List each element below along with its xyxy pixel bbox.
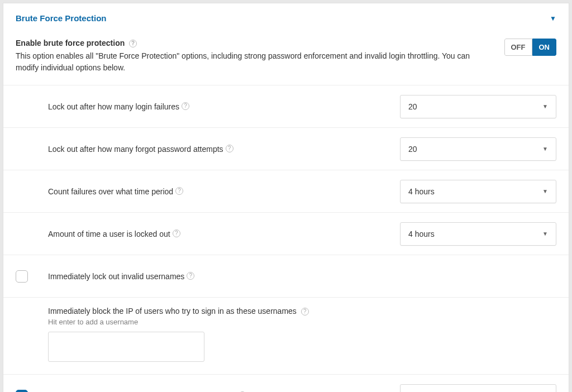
row-control-col: 4 hours ▼ (400, 222, 556, 246)
invalid-usernames-row: Immediately lock out invalid usernames ? (3, 255, 569, 297)
lockout-duration-label: Amount of time a user is locked out (48, 230, 170, 238)
block-ip-label-wrap: Immediately block the IP of users who tr… (48, 307, 556, 316)
chevron-down-icon[interactable]: ▼ (550, 15, 556, 22)
enable-text: Enable brute force protection ? This opt… (16, 39, 493, 74)
login-failures-label: Lock out after how many login failures (48, 102, 179, 111)
block-ip-content: Immediately block the IP of users who tr… (48, 307, 556, 362)
enable-title: Enable brute force protection ? (16, 39, 493, 48)
time-period-row: Count failures over what time period ? 4… (3, 170, 569, 212)
time-period-select[interactable]: 4 hours ▼ (400, 180, 556, 203)
chevron-down-icon: ▼ (542, 231, 548, 237)
chevron-down-icon: ▼ (542, 103, 548, 109)
toggle-on-button[interactable]: ON (532, 39, 557, 56)
help-icon[interactable]: ? (187, 272, 194, 280)
row-label-col: Amount of time a user is locked out ? (48, 230, 400, 238)
brute-force-panel: Brute Force Protection ▼ Enable brute fo… (3, 3, 569, 392)
row-label-col: Lock out after how many login failures ? (48, 102, 400, 111)
row-label-col: Lock out after how many forgot password … (48, 145, 400, 154)
row-control-col: 20 ▼ (400, 95, 556, 118)
invalid-usernames-label: Immediately lock out invalid usernames (48, 272, 184, 281)
help-icon[interactable]: ? (182, 102, 189, 110)
help-icon[interactable]: ? (129, 40, 137, 47)
leaked-passwords-select[interactable]: For admins only ▼ (400, 384, 556, 393)
forgot-attempts-label: Lock out after how many forgot password … (48, 145, 223, 154)
forgot-attempts-row: Lock out after how many forgot password … (3, 127, 569, 170)
enable-title-text: Enable brute force protection (16, 39, 125, 47)
lockout-duration-row: Amount of time a user is locked out ? 4 … (3, 212, 569, 255)
invalid-usernames-checkbox[interactable] (16, 270, 28, 283)
enable-toggle[interactable]: OFF ON (504, 39, 557, 56)
toggle-off-button[interactable]: OFF (504, 39, 532, 56)
chevron-down-icon: ▼ (542, 188, 548, 194)
panel-header[interactable]: Brute Force Protection ▼ (3, 3, 569, 31)
lockout-duration-select[interactable]: 4 hours ▼ (400, 222, 556, 246)
enable-row: Enable brute force protection ? This opt… (3, 31, 569, 85)
select-value: 20 (408, 145, 417, 154)
checkbox-col (16, 390, 48, 393)
select-value: 4 hours (408, 230, 435, 238)
help-icon[interactable]: ? (226, 145, 233, 152)
help-icon[interactable]: ? (301, 308, 309, 315)
leaked-passwords-checkbox[interactable] (16, 390, 28, 393)
enable-description: This option enables all "Brute Force Pro… (16, 50, 493, 74)
block-ip-row: Immediately block the IP of users who tr… (3, 297, 569, 374)
login-failures-row: Lock out after how many login failures ?… (3, 85, 569, 127)
help-icon[interactable]: ? (175, 187, 183, 195)
checkbox-col (16, 270, 48, 283)
login-failures-select[interactable]: 20 ▼ (400, 95, 556, 118)
row-control-col: 4 hours ▼ (400, 180, 556, 203)
time-period-label: Count failures over what time period (48, 187, 173, 196)
username-input[interactable] (48, 332, 204, 362)
leaked-passwords-row: Prevent the use of passwords leaked in d… (3, 374, 569, 392)
help-icon[interactable]: ? (173, 230, 180, 237)
row-label-col: Count failures over what time period ? (48, 187, 400, 196)
forgot-attempts-select[interactable]: 20 ▼ (400, 137, 556, 161)
chevron-down-icon: ▼ (542, 146, 548, 152)
select-value: 20 (408, 102, 417, 111)
row-label-col: Immediately lock out invalid usernames ? (48, 272, 556, 281)
block-ip-hint: Hit enter to add a username (48, 318, 556, 326)
panel-title: Brute Force Protection (16, 13, 107, 23)
select-value: 4 hours (408, 187, 435, 196)
row-control-col: 20 ▼ (400, 137, 556, 161)
block-ip-label: Immediately block the IP of users who tr… (48, 307, 297, 315)
row-control-col: For admins only ▼ (400, 384, 556, 393)
